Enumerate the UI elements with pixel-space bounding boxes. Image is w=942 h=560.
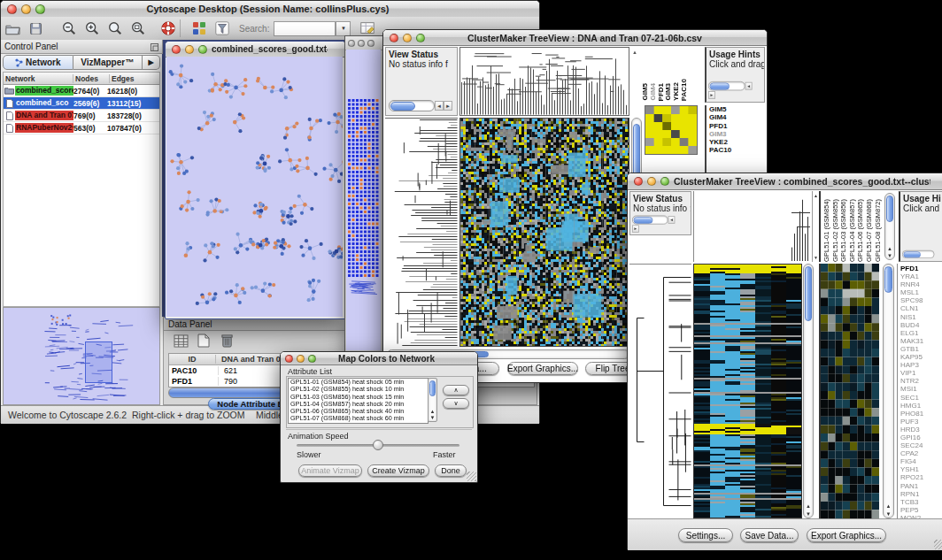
tv2-settings-button[interactable]: Settings... bbox=[678, 528, 733, 542]
table-row[interactable]: RNAPuberNov2+563(0)107847(0) bbox=[4, 122, 159, 134]
tv1-row-label[interactable]: GIM5 bbox=[709, 105, 765, 113]
dense-network-canvas[interactable] bbox=[346, 50, 381, 350]
open-folder-icon[interactable] bbox=[3, 19, 22, 37]
tab-network[interactable]: Network bbox=[3, 55, 73, 70]
move-down-button[interactable]: ∨ bbox=[443, 398, 469, 409]
scrollbar-thumb[interactable] bbox=[429, 380, 436, 396]
minimize-icon[interactable] bbox=[647, 177, 656, 186]
minimize-icon[interactable] bbox=[297, 355, 305, 363]
scroll-down-icon[interactable]: ▼ bbox=[804, 511, 813, 517]
tv2-global-heatmap[interactable] bbox=[693, 264, 802, 518]
gene-label[interactable]: PEP5 bbox=[900, 506, 942, 514]
scroll-down-icon[interactable]: ▼ bbox=[813, 255, 819, 260]
gene-label[interactable]: YSH1 bbox=[900, 465, 942, 473]
table-row[interactable]: DNA and Tran 07769(0)183728(0) bbox=[4, 110, 159, 122]
tv1-row-label[interactable]: GIM4 bbox=[709, 113, 765, 121]
gene-label[interactable]: HRD3 bbox=[900, 426, 942, 433]
minimize-icon[interactable] bbox=[21, 4, 31, 14]
resize-grip[interactable] bbox=[934, 540, 942, 549]
gene-label[interactable]: KAP95 bbox=[900, 353, 942, 361]
tv1-row-dendrogram[interactable] bbox=[385, 118, 458, 349]
tv2-col-labels-scrollbar[interactable]: ▲ ▼ bbox=[884, 193, 895, 260]
scroll-right-icon[interactable]: ► bbox=[632, 225, 639, 233]
gene-label[interactable]: SPC98 bbox=[900, 296, 942, 304]
new-attribute-icon[interactable] bbox=[194, 332, 213, 349]
window-controls[interactable] bbox=[7, 4, 50, 14]
scrollbar-track[interactable] bbox=[389, 100, 435, 111]
window-controls[interactable] bbox=[285, 355, 320, 363]
tv2-row-dendrogram-canvas[interactable] bbox=[629, 265, 691, 518]
close-icon[interactable] bbox=[634, 177, 643, 186]
col-edges[interactable]: Edges bbox=[110, 74, 159, 83]
gene-label[interactable]: CLN1 bbox=[900, 304, 942, 312]
zoom-window-icon[interactable] bbox=[367, 40, 374, 47]
scroll-up-icon[interactable]: ▲ bbox=[884, 503, 893, 509]
overview-canvas[interactable] bbox=[4, 308, 159, 404]
gene-label[interactable]: RNR4 bbox=[900, 280, 942, 288]
scrollbar-track[interactable] bbox=[632, 216, 668, 225]
close-icon[interactable] bbox=[172, 45, 181, 54]
zoom-fit-icon[interactable] bbox=[105, 19, 125, 37]
minimize-icon[interactable] bbox=[185, 45, 194, 54]
hidden-network-canvas-area[interactable] bbox=[346, 50, 381, 350]
scroll-up-icon[interactable]: ▲ bbox=[813, 193, 819, 198]
slider-thumb[interactable] bbox=[373, 440, 383, 450]
attribute-list-item[interactable]: GPL51-07 (GSM868) heat shock 60 min bbox=[289, 415, 428, 422]
tv2-col-scroll-strip[interactable]: ▲ ▼ bbox=[812, 191, 819, 262]
tv1-row-label[interactable]: PFD1 bbox=[709, 122, 765, 130]
network-canvas[interactable] bbox=[166, 57, 343, 317]
animate-vizmap-button[interactable]: Animate Vizmap bbox=[298, 464, 362, 477]
gene-label[interactable]: MAK31 bbox=[900, 337, 942, 345]
scrollbar-track[interactable] bbox=[708, 81, 745, 90]
table-row[interactable]: combined_scores2764(0)16218(0) bbox=[4, 85, 159, 97]
tv1-export-graphics-button[interactable]: Export Graphics... bbox=[507, 362, 578, 375]
scroll-up-icon[interactable]: ▲ bbox=[804, 503, 813, 509]
tv2-export-graphics-button[interactable]: Export Graphics... bbox=[807, 528, 886, 542]
scroll-left-icon[interactable]: ◄ bbox=[745, 82, 753, 90]
animation-speed-slider[interactable] bbox=[297, 444, 459, 447]
col-network[interactable]: Network bbox=[4, 74, 73, 83]
filter-icon[interactable] bbox=[212, 19, 232, 37]
gene-label[interactable]: SEC1 bbox=[900, 394, 942, 402]
tv2-heatmap-canvas[interactable] bbox=[694, 265, 801, 518]
gene-label[interactable]: RPO21 bbox=[900, 473, 942, 481]
move-up-button[interactable]: ∧ bbox=[443, 385, 469, 395]
tv2-vscrollbar[interactable]: ▲ ▼ bbox=[803, 264, 814, 518]
save-icon[interactable] bbox=[26, 19, 45, 37]
close-icon[interactable] bbox=[285, 355, 293, 363]
gene-label[interactable]: BUD4 bbox=[900, 321, 942, 329]
close-icon[interactable] bbox=[348, 40, 355, 47]
scrollbar-thumb[interactable] bbox=[884, 266, 892, 293]
tv1-col-dendrogram-canvas[interactable] bbox=[460, 48, 629, 115]
gene-label[interactable]: PAN1 bbox=[900, 482, 942, 490]
scroll-right-icon[interactable]: ► bbox=[444, 101, 452, 111]
scroll-up-icon[interactable]: ▲ bbox=[429, 409, 436, 414]
scroll-left-icon[interactable]: ◄ bbox=[435, 101, 444, 111]
done-button[interactable]: Done bbox=[435, 464, 467, 477]
attribute-list[interactable]: GPL51-01 (GSM854) heat shock 05 minGPL51… bbox=[288, 378, 429, 424]
tv2-row-dendrogram[interactable] bbox=[629, 264, 691, 518]
scrollbar-thumb[interactable] bbox=[886, 196, 893, 222]
resize-grip[interactable] bbox=[467, 472, 476, 481]
scroll-down-icon[interactable]: ▼ bbox=[884, 511, 893, 517]
zoom-window-icon[interactable] bbox=[416, 34, 425, 42]
scroll-right-icon[interactable]: ► bbox=[708, 91, 715, 99]
gene-label[interactable]: PUF3 bbox=[900, 418, 942, 426]
tv1-row-label[interactable]: GIM3 bbox=[709, 130, 765, 138]
scroll-down-icon[interactable]: ▼ bbox=[885, 253, 894, 258]
gene-label[interactable]: PFD1 bbox=[900, 265, 942, 272]
tv1-row-dendrogram-canvas[interactable] bbox=[385, 119, 458, 348]
tv2-status-scrollbar[interactable]: ◄► bbox=[632, 216, 677, 233]
tv2-col-dendrogram-canvas[interactable] bbox=[694, 191, 812, 262]
delete-attribute-icon[interactable] bbox=[217, 332, 236, 349]
gene-label[interactable]: NIS1 bbox=[900, 313, 942, 321]
search-input[interactable] bbox=[274, 21, 336, 36]
window-controls[interactable] bbox=[172, 45, 212, 54]
tv1-usage-scrollbar[interactable]: ◄► bbox=[708, 81, 753, 99]
attribute-table-icon[interactable] bbox=[171, 332, 190, 349]
window-controls[interactable] bbox=[390, 34, 429, 42]
gene-label[interactable]: VIP1 bbox=[900, 369, 942, 377]
gene-label[interactable]: MSL1 bbox=[900, 288, 942, 296]
gene-label[interactable]: FIG4 bbox=[900, 457, 942, 465]
gene-label[interactable]: MSI1 bbox=[900, 385, 942, 393]
